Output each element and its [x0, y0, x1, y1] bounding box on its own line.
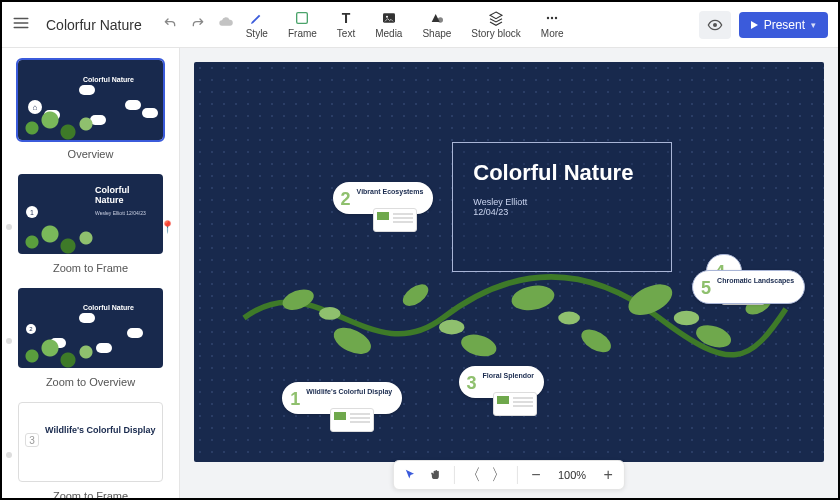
zoom-out[interactable]: − [528, 466, 544, 484]
dots-icon [544, 10, 560, 26]
prev-frame[interactable]: 〈 [465, 465, 481, 486]
slides-panel[interactable]: ⌂ Colorful Nature Overview [2, 48, 180, 498]
toolbar: Style Frame T Text Media Shape Story blo… [244, 10, 566, 39]
svg-point-4 [547, 17, 549, 19]
pointer-tool[interactable] [402, 468, 418, 482]
menu-icon[interactable] [12, 14, 32, 36]
play-icon [751, 21, 758, 29]
redo-icon[interactable] [190, 15, 208, 35]
thumb-frame-1[interactable]: 1 Colorful Nature Wesley Elliott 12/04/2… [18, 174, 163, 254]
canvas-area[interactable]: Colorful Nature Wesley Elliott12/04/23 1… [180, 48, 838, 498]
chevron-down-icon: ▾ [811, 20, 816, 30]
topic-1[interactable]: 1 Wildlife's Colorful Display [282, 382, 402, 414]
thumb-caption: Zoom to Overview [2, 370, 179, 398]
tool-frame[interactable]: Frame [286, 10, 319, 39]
topic-5[interactable]: 5 Chromatic Landscapes [692, 270, 805, 304]
shape-icon [429, 10, 445, 26]
thumb-caption: Overview [2, 142, 179, 170]
svg-point-11 [459, 331, 499, 360]
svg-point-3 [438, 17, 443, 22]
hand-tool[interactable] [428, 468, 444, 482]
eye-icon [707, 17, 723, 33]
zoom-in[interactable]: + [600, 466, 616, 484]
subtopic-card [330, 408, 374, 432]
tool-style[interactable]: Style [244, 10, 270, 39]
svg-point-2 [386, 16, 388, 18]
svg-point-17 [319, 307, 341, 320]
svg-rect-1 [383, 13, 395, 22]
thumb-overview[interactable]: ⌂ Colorful Nature [18, 60, 163, 140]
layers-icon [488, 10, 504, 26]
presentation-title[interactable]: Colorfur Nature [40, 17, 148, 33]
thumb-frame-3[interactable]: 3 Wildlife's Colorful Display [18, 402, 163, 482]
svg-point-12 [510, 282, 557, 313]
tool-shape[interactable]: Shape [420, 10, 453, 39]
pen-icon [249, 10, 265, 26]
image-icon [381, 10, 397, 26]
svg-point-20 [674, 311, 699, 326]
svg-point-8 [280, 285, 317, 313]
subtopic-card [373, 208, 417, 232]
tool-media[interactable]: Media [373, 10, 404, 39]
svg-point-6 [555, 17, 557, 19]
zoom-level[interactable]: 100% [554, 469, 590, 481]
canvas-author: Wesley Elliott12/04/23 [473, 197, 651, 217]
subtopic-card [493, 392, 537, 416]
canvas-title: Colorful Nature [473, 161, 651, 185]
canvas[interactable]: Colorful Nature Wesley Elliott12/04/23 1… [194, 62, 824, 462]
undo-icon[interactable] [162, 15, 180, 35]
tool-text[interactable]: T Text [335, 10, 357, 39]
thumb-overview-2[interactable]: 2 Colorful Nature [18, 288, 163, 368]
svg-point-18 [439, 320, 464, 335]
preview-button[interactable] [699, 11, 731, 39]
title-frame[interactable]: Colorful Nature Wesley Elliott12/04/23 [452, 142, 672, 272]
tool-story-block[interactable]: Story block [469, 10, 522, 39]
text-icon: T [342, 10, 351, 26]
svg-point-13 [578, 325, 615, 357]
canvas-nav-bar: 〈 〉 − 100% + [393, 460, 625, 490]
thumb-caption: Zoom to Frame [2, 484, 179, 498]
frame-icon [294, 10, 310, 26]
svg-point-14 [624, 278, 677, 321]
svg-point-10 [399, 280, 432, 310]
tool-more[interactable]: More [539, 10, 566, 39]
cloud-sync-icon[interactable] [218, 15, 236, 35]
present-button[interactable]: Present ▾ [739, 12, 828, 38]
topic-2[interactable]: 2 Vibrant Ecosystems [333, 182, 434, 214]
svg-point-19 [559, 312, 581, 325]
svg-point-5 [551, 17, 553, 19]
topic-3[interactable]: 3 Floral Splendor [459, 366, 544, 398]
thumb-caption: Zoom to Frame [2, 256, 179, 284]
svg-point-7 [713, 23, 717, 27]
next-frame[interactable]: 〉 [491, 465, 507, 486]
svg-rect-0 [297, 13, 308, 24]
